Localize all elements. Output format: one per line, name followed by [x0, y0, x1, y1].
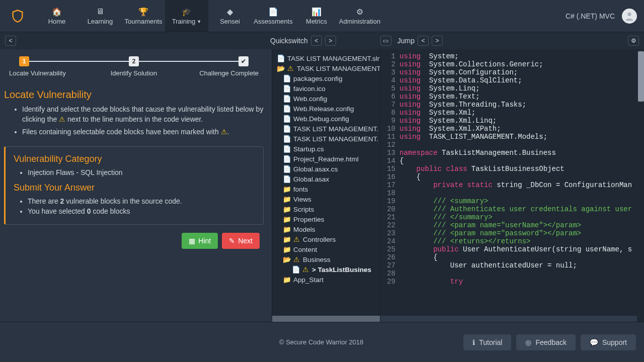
- step-2[interactable]: 2: [129, 56, 139, 66]
- tree-item[interactable]: 📄Project_Readme.html: [272, 154, 380, 164]
- code-line[interactable]: 7using System.Threading.Tasks;: [380, 101, 644, 109]
- code-line[interactable]: 9using System.Xml.Linq;: [380, 117, 644, 125]
- nav-metrics[interactable]: 📊Metrics: [295, 0, 338, 32]
- tree-item[interactable]: 📄Startup.cs: [272, 144, 380, 154]
- step-1[interactable]: 1: [19, 56, 29, 66]
- line-content: /// <summary>: [399, 197, 488, 205]
- line-number: 28: [380, 269, 399, 278]
- next-button[interactable]: ✎Next: [222, 233, 260, 249]
- tree-item[interactable]: 📄Web.Debug.config: [272, 114, 380, 124]
- instruction-2: Files containing selectable code blocks …: [22, 127, 264, 137]
- code-line[interactable]: 1using System;: [380, 52, 644, 60]
- tutorial-button[interactable]: ℹTutorial: [463, 334, 511, 350]
- line-number: 24: [380, 237, 399, 245]
- nav-assessments[interactable]: 📄Assessments: [252, 0, 295, 32]
- folder-open-icon: 📂: [277, 64, 284, 72]
- code-line[interactable]: 27 User authenticatedUser = null;: [380, 261, 644, 269]
- code-line[interactable]: 8using System.Xml;: [380, 109, 644, 117]
- code-line[interactable]: 16 {: [380, 173, 644, 181]
- folder-icon: 📁: [283, 245, 290, 253]
- code-line[interactable]: 5using System.Linq;: [380, 84, 644, 93]
- code-line[interactable]: 26 {: [380, 253, 644, 261]
- code-line[interactable]: 2using System.Collections.Generic;: [380, 60, 644, 68]
- tree-item[interactable]: 📄Web.config: [272, 94, 380, 104]
- code-line[interactable]: 4using System.Data.SqlClient;: [380, 76, 644, 84]
- instruction-1: Identify and select the code blocks that…: [22, 105, 264, 124]
- code-line[interactable]: 23 /// <param name="password"></param>: [380, 229, 644, 237]
- settings-icon[interactable]: ⚙: [628, 36, 639, 46]
- tree-item[interactable]: 📁Models: [272, 224, 380, 234]
- tree-item[interactable]: 📁⚠Controllers: [272, 234, 380, 244]
- tree-item[interactable]: 📄favicon.ico: [272, 83, 380, 94]
- tree-item[interactable]: 📄packages.config: [272, 73, 380, 83]
- code-line[interactable]: 14{: [380, 157, 644, 165]
- line-content: User authenticatedUser = null;: [399, 261, 577, 269]
- tree-item[interactable]: 📁App_Start: [272, 275, 380, 285]
- sensei-icon: ◆: [227, 7, 233, 17]
- support-button[interactable]: 💬Support: [581, 334, 636, 350]
- tree-item[interactable]: 📁Views: [272, 194, 380, 204]
- hint-button[interactable]: ▦Hint: [182, 233, 218, 249]
- code-line[interactable]: 22 /// <param name="userName"></param>: [380, 221, 644, 229]
- code-line[interactable]: 10using System.Xml.XPath;: [380, 125, 644, 133]
- nav-sensei[interactable]: ◆Sensei: [208, 0, 252, 32]
- nav-home[interactable]: 🏠Home: [35, 0, 78, 32]
- tree-item[interactable]: 📁Properties: [272, 214, 380, 224]
- nav-administration[interactable]: ⚙Administration: [338, 0, 381, 32]
- tree-item[interactable]: 📄TASK LIST MANAGEMENT.sln: [272, 53, 380, 63]
- nav-tournaments[interactable]: 🏆Tournaments: [122, 0, 165, 32]
- horizontal-scrollbar[interactable]: [272, 316, 380, 322]
- nav-learning[interactable]: 🖥Learning: [78, 0, 122, 32]
- code-line[interactable]: 28: [380, 269, 644, 278]
- code-line[interactable]: 18: [380, 189, 644, 197]
- line-content: public User AuthenticateUser(string user…: [399, 245, 632, 253]
- tree-item[interactable]: 📁Scripts: [272, 204, 380, 214]
- code-line[interactable]: 21 /// </summary>: [380, 213, 644, 221]
- line-content: using System.Xml.XPath;: [399, 125, 501, 133]
- code-line[interactable]: 13namespace TaskListManagement.Business: [380, 149, 644, 157]
- code-line[interactable]: 25 public User AuthenticateUser(string u…: [380, 245, 644, 253]
- nav-training[interactable]: 🎓Training ▼: [165, 0, 208, 32]
- tree-item[interactable]: 📄Global.asax: [272, 174, 380, 184]
- tree-item[interactable]: 📄TASK LIST MANAGEMENT.: [272, 134, 380, 144]
- window-icon[interactable]: ▭: [380, 36, 391, 46]
- code-line[interactable]: 3using System.Configuration;: [380, 68, 644, 76]
- tree-item[interactable]: 📂⚠TASK LIST MANAGEMENT: [272, 63, 380, 73]
- code-viewer[interactable]: 1using System;2using System.Collections.…: [380, 49, 644, 302]
- quickswitch-next[interactable]: >: [325, 36, 336, 46]
- tree-item[interactable]: 📄Web.Release.config: [272, 104, 380, 114]
- tree-item[interactable]: 📄Global.asax.cs: [272, 164, 380, 174]
- back-button[interactable]: <: [5, 36, 16, 46]
- tree-label: Properties: [293, 216, 325, 223]
- subbar: < Quickswitch < > ▭ Jump < > ⚙: [0, 32, 644, 49]
- line-content: {: [399, 173, 421, 181]
- quickswitch-prev[interactable]: <: [311, 36, 322, 46]
- avatar[interactable]: [622, 9, 637, 24]
- jump-next[interactable]: >: [432, 36, 443, 46]
- horizontal-scrollbar[interactable]: [380, 316, 637, 322]
- tree-item[interactable]: 📁Content: [272, 244, 380, 254]
- code-line[interactable]: 29 try: [380, 278, 644, 286]
- file-icon: 📄: [283, 175, 290, 183]
- language-label[interactable]: C# (.NET) MVC: [566, 12, 615, 20]
- code-line[interactable]: 12: [380, 141, 644, 149]
- line-number: 13: [380, 149, 399, 157]
- tree-item[interactable]: 📄⚠> TaskListBusines: [272, 264, 380, 275]
- tree-item[interactable]: 📄TASK LIST MANAGEMENT.: [272, 124, 380, 134]
- code-line[interactable]: 17 private static string _DbCon = Config…: [380, 181, 644, 189]
- code-line[interactable]: 20 /// Authenticates user credentials ag…: [380, 205, 644, 213]
- step-3[interactable]: ✔: [238, 56, 249, 66]
- tree-item[interactable]: 📁fonts: [272, 184, 380, 194]
- code-line[interactable]: 24 /// <returns></returns>: [380, 237, 644, 245]
- code-line[interactable]: 6using System.Text;: [380, 93, 644, 101]
- feedback-button[interactable]: ◎Feedback: [516, 334, 575, 350]
- tree-item[interactable]: 📂⚠Business: [272, 254, 380, 264]
- vertical-scrollbar[interactable]: [638, 51, 644, 102]
- file-tree[interactable]: 📄TASK LIST MANAGEMENT.sln📂⚠TASK LIST MAN…: [272, 53, 380, 285]
- tree-label: TASK LIST MANAGEMENT: [297, 65, 380, 72]
- code-line[interactable]: 15 public class TaskListBusinessObject: [380, 165, 644, 173]
- jump-prev[interactable]: <: [418, 36, 429, 46]
- code-line[interactable]: 11using TASK_LIST_MANAGEMENT.Models;: [380, 133, 644, 141]
- file-icon: 📄: [283, 105, 290, 113]
- code-line[interactable]: 19 /// <summary>: [380, 197, 644, 205]
